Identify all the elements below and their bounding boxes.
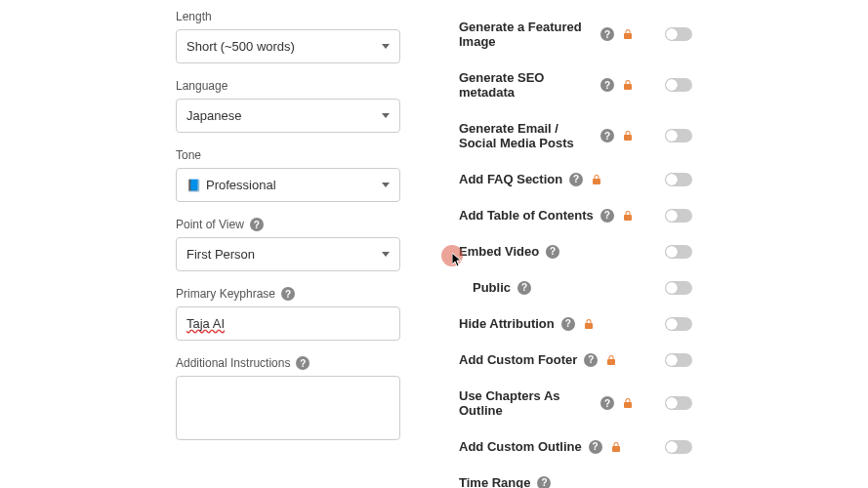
keyphrase-value: Taja AI — [186, 316, 225, 331]
option-chapters-outline: Use Chapters As Outline ? — [459, 388, 692, 418]
toggle-toc[interactable] — [665, 209, 692, 223]
help-icon[interactable]: ? — [600, 78, 614, 92]
lock-icon — [590, 173, 603, 186]
tone-label: Tone — [176, 148, 400, 162]
language-field: Language Japanese — [176, 79, 400, 133]
length-select[interactable]: Short (~500 words) — [176, 29, 400, 63]
help-icon[interactable]: ? — [561, 317, 575, 331]
pov-select[interactable]: First Person — [176, 237, 400, 271]
option-label: Add FAQ Section — [459, 172, 562, 186]
toggle-seo-metadata[interactable] — [665, 78, 692, 92]
help-icon[interactable]: ? — [296, 356, 310, 370]
language-value: Japanese — [186, 108, 241, 123]
length-label: Length — [176, 10, 400, 23]
help-icon[interactable]: ? — [537, 476, 551, 489]
chevron-down-icon — [382, 44, 390, 49]
option-embed-video: Embed Video ? — [459, 244, 692, 259]
toggle-featured-image[interactable] — [665, 27, 692, 41]
option-seo-metadata: Generate SEO metadata ? — [459, 70, 692, 100]
option-featured-image: Generate a Featured Image ? — [459, 20, 692, 49]
keyphrase-input[interactable]: Taja AI — [176, 306, 400, 341]
toggle-faq[interactable] — [665, 173, 692, 186]
option-label: Generate SEO metadata — [459, 70, 594, 100]
option-label: Embed Video — [459, 244, 539, 259]
tone-field: Tone 📘 Professional — [176, 148, 400, 202]
option-email-social: Generate Email / Social Media Posts ? — [459, 121, 692, 150]
lock-icon — [582, 317, 596, 331]
toggle-chapters-outline[interactable] — [665, 396, 692, 410]
option-hide-attribution: Hide Attribution ? — [459, 316, 692, 331]
option-label: Hide Attribution — [459, 316, 555, 331]
option-label: Use Chapters As Outline — [459, 388, 594, 418]
tone-select[interactable]: 📘 Professional — [176, 168, 400, 202]
lock-icon — [609, 440, 623, 454]
help-icon[interactable]: ? — [600, 129, 614, 142]
tone-value: Professional — [206, 178, 276, 192]
toggle-public[interactable] — [665, 281, 692, 295]
help-icon[interactable]: ? — [589, 440, 602, 454]
pov-value: First Person — [186, 247, 255, 262]
length-field: Length Short (~500 words) — [176, 10, 400, 63]
lock-icon — [621, 396, 635, 410]
instructions-label: Additional Instructions — [176, 356, 290, 370]
toggle-custom-footer[interactable] — [665, 353, 692, 367]
help-icon[interactable]: ? — [569, 173, 583, 186]
lock-icon — [621, 209, 635, 223]
option-faq: Add FAQ Section ? — [459, 172, 692, 186]
option-label: Add Custom Footer — [459, 352, 577, 367]
help-icon[interactable]: ? — [600, 396, 614, 410]
option-label: Time Range — [459, 475, 530, 488]
option-toc: Add Table of Contents ? — [459, 208, 692, 223]
language-select[interactable]: Japanese — [176, 99, 400, 133]
help-icon[interactable]: ? — [600, 209, 614, 223]
toggle-email-social[interactable] — [665, 129, 692, 142]
option-label: Generate Email / Social Media Posts — [459, 121, 594, 150]
chevron-down-icon — [382, 252, 390, 257]
instructions-input[interactable] — [176, 376, 400, 440]
option-public: Public ? — [459, 280, 692, 295]
help-icon[interactable]: ? — [250, 218, 264, 231]
pov-label: Point of View — [176, 218, 244, 231]
option-custom-footer: Add Custom Footer ? — [459, 352, 692, 367]
instructions-field: Additional Instructions ? — [176, 356, 400, 443]
help-icon[interactable]: ? — [584, 353, 598, 367]
lock-icon — [621, 129, 635, 142]
help-icon[interactable]: ? — [600, 27, 614, 41]
lock-icon — [621, 78, 635, 92]
keyphrase-field: Primary Keyphrase ? Taja AI — [176, 287, 400, 341]
pov-field: Point of View ? First Person — [176, 218, 400, 271]
option-label: Add Custom Outline — [459, 439, 582, 454]
help-icon[interactable]: ? — [517, 281, 531, 295]
length-value: Short (~500 words) — [186, 39, 295, 54]
chevron-down-icon — [382, 113, 390, 118]
chevron-down-icon — [382, 183, 390, 187]
professional-icon: 📘 — [186, 179, 200, 192]
option-custom-outline: Add Custom Outline ? — [459, 439, 692, 454]
help-icon[interactable]: ? — [546, 245, 559, 259]
keyphrase-label: Primary Keyphrase — [176, 287, 275, 301]
toggle-custom-outline[interactable] — [665, 440, 692, 454]
toggle-embed-video[interactable] — [665, 245, 692, 259]
toggle-hide-attribution[interactable] — [665, 317, 692, 331]
lock-icon — [621, 27, 635, 41]
option-label: Add Table of Contents — [459, 208, 594, 223]
option-label: Generate a Featured Image — [459, 20, 594, 49]
option-label: Public — [473, 280, 511, 295]
language-label: Language — [176, 79, 400, 93]
help-icon[interactable]: ? — [281, 287, 295, 301]
lock-icon — [604, 353, 618, 367]
option-time-range: Time Range ? — [459, 475, 692, 488]
